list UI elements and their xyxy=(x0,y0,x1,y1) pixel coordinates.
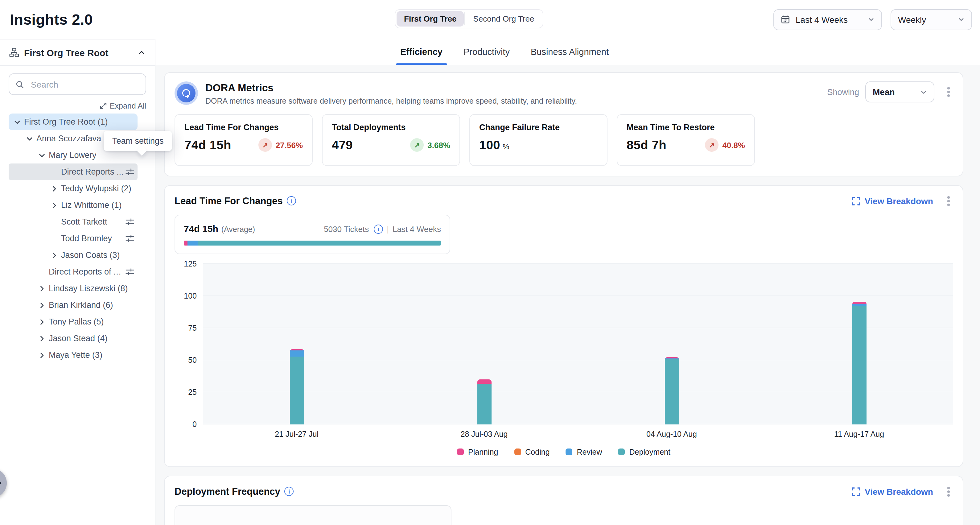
tree-item-label: Direct Reports of A... xyxy=(49,267,125,276)
tree-item-label: Maya Yette (3) xyxy=(49,350,102,360)
stacked-bar[interactable] xyxy=(477,379,491,425)
meta-divider: | xyxy=(387,224,389,234)
tree-item[interactable]: Jason Stead (4) xyxy=(9,330,138,347)
date-range-select[interactable]: Last 4 Weeks xyxy=(773,9,882,30)
metric-label: Lead Time For Changes xyxy=(185,123,303,132)
bar-segment-deployment xyxy=(665,359,679,424)
tree-item[interactable]: Brian Kirkland (6) xyxy=(9,297,138,313)
tab-business-alignment[interactable]: Business Alignment xyxy=(531,39,609,65)
expand-all-button[interactable]: Expand All xyxy=(9,100,146,111)
metric-value: 479 xyxy=(332,138,353,153)
legend-item-coding[interactable]: Coding xyxy=(514,448,549,457)
bar-columns xyxy=(203,264,953,425)
tree-item[interactable]: Lindsay Liszewski (8) xyxy=(9,280,138,297)
chevron-down-icon[interactable] xyxy=(25,135,35,142)
y-axis-tick-label: 125 xyxy=(175,260,197,268)
showing-label: Showing xyxy=(827,87,859,97)
phase-segment-planning xyxy=(184,240,188,245)
granularity-select[interactable]: Weekly xyxy=(891,9,972,30)
chevron-right-icon[interactable] xyxy=(37,285,47,292)
info-icon[interactable]: i xyxy=(285,487,294,496)
view-breakdown-button[interactable]: View Breakdown xyxy=(852,196,933,206)
chevron-right-icon[interactable] xyxy=(37,318,47,325)
dora-controls: Showing Mean xyxy=(827,81,953,102)
expand-corners-icon xyxy=(852,197,860,205)
tooltip-label: Team settings xyxy=(112,136,164,146)
metric-cards: Lead Time For Changes74d 15h↗27.56%Total… xyxy=(175,114,953,166)
sidebar-body: Expand All First Org Tree Root (1)Anna S… xyxy=(0,66,155,363)
deployment-frequency-title: Deployment Frequency xyxy=(175,486,280,497)
metric-value: 100 xyxy=(479,138,500,153)
chevron-right-icon[interactable] xyxy=(49,185,59,192)
view-breakdown-label: View Breakdown xyxy=(865,196,933,206)
team-settings-icon[interactable] xyxy=(125,217,138,226)
tree-item[interactable]: Teddy Wylupski (2) xyxy=(9,180,138,197)
chevron-down-icon[interactable] xyxy=(37,151,47,159)
search-input[interactable] xyxy=(30,79,139,90)
bar-column xyxy=(765,264,953,425)
metric-value: 85d 7h xyxy=(627,138,667,153)
deployment-frequency-card: Deployment Frequency i View Breakdown xyxy=(164,476,963,525)
lead-time-summary-card: 74d 15h (Average) 5030 Tickets i | Last … xyxy=(175,215,450,254)
content-area: DORA Metrics DORA metrics measure softwa… xyxy=(156,65,980,525)
stacked-bar[interactable] xyxy=(665,357,679,424)
chevron-right-icon[interactable] xyxy=(49,201,59,209)
tab-productivity[interactable]: Productivity xyxy=(463,39,510,65)
legend-swatch xyxy=(514,449,521,456)
chevron-right-icon[interactable] xyxy=(37,301,47,309)
team-settings-tooltip: Team settings xyxy=(103,131,172,151)
tree-item[interactable]: Direct Reports of A... xyxy=(9,263,138,280)
tree-item[interactable]: Direct Reports ... xyxy=(9,164,138,180)
collapse-sidebar-icon[interactable] xyxy=(138,48,146,56)
tree-item-label: Jason Stead (4) xyxy=(49,334,108,343)
toggle-second-org-tree[interactable]: Second Org Tree xyxy=(466,11,542,27)
chevron-right-icon[interactable] xyxy=(37,352,47,359)
tree-item[interactable]: Tony Pallas (5) xyxy=(9,313,138,330)
expand-all-icon xyxy=(100,102,107,109)
chevron-right-icon[interactable] xyxy=(37,335,47,342)
stacked-bar[interactable] xyxy=(290,349,304,424)
team-settings-icon[interactable] xyxy=(125,167,138,177)
legend-item-planning[interactable]: Planning xyxy=(457,448,498,457)
tree-item[interactable]: Liz Whittome (1) xyxy=(9,197,138,213)
team-settings-icon[interactable] xyxy=(125,234,138,243)
view-breakdown-button[interactable]: View Breakdown xyxy=(852,487,933,496)
legend-label: Deployment xyxy=(629,448,670,457)
bar-column xyxy=(390,264,578,425)
legend-item-deployment[interactable]: Deployment xyxy=(618,448,670,457)
tree-item[interactable]: First Org Tree Root (1) xyxy=(9,113,138,130)
chevron-down-icon[interactable] xyxy=(12,118,22,126)
team-settings-icon[interactable] xyxy=(125,267,138,276)
stacked-bar[interactable] xyxy=(852,302,866,424)
chevron-down-icon xyxy=(958,16,964,23)
tree-item[interactable]: Todd Bromley xyxy=(9,230,138,247)
tree-item-label: Mary Lowery xyxy=(49,151,97,160)
y-axis-tick-label: 75 xyxy=(175,324,197,332)
legend-label: Planning xyxy=(468,448,498,457)
tree-item[interactable]: Scott Tarkett xyxy=(9,213,138,230)
dora-kebab-menu[interactable] xyxy=(944,87,953,97)
granularity-value: Weekly xyxy=(898,14,926,24)
legend-item-review[interactable]: Review xyxy=(566,448,602,457)
tab-efficiency[interactable]: Efficiency xyxy=(400,39,442,65)
metric-card: Lead Time For Changes74d 15h↗27.56% xyxy=(175,114,313,166)
metric-delta: ↗27.56% xyxy=(258,138,303,152)
showing-select[interactable]: Mean xyxy=(865,81,934,102)
deployment-frequency-kebab-menu[interactable] xyxy=(944,487,953,496)
metric-delta: ↗40.8% xyxy=(705,138,745,152)
toggle-first-org-tree[interactable]: First Org Tree xyxy=(396,11,464,27)
tree-item[interactable]: Jason Coats (3) xyxy=(9,247,138,263)
x-axis-tick-label: 04 Aug-10 Aug xyxy=(578,430,765,439)
lead-time-kebab-menu[interactable] xyxy=(944,196,953,206)
bar-segment-planning xyxy=(477,379,491,384)
info-icon[interactable]: i xyxy=(374,224,383,234)
legend-swatch xyxy=(618,449,625,456)
legend-swatch xyxy=(457,449,464,456)
chevron-right-icon[interactable] xyxy=(49,251,59,259)
delta-value: 27.56% xyxy=(276,141,303,150)
y-axis-tick-label: 100 xyxy=(175,292,197,301)
info-icon[interactable]: i xyxy=(287,196,296,206)
legend-label: Review xyxy=(577,448,602,457)
phase-segment-review xyxy=(188,240,198,245)
tree-item[interactable]: Maya Yette (3) xyxy=(9,347,138,363)
